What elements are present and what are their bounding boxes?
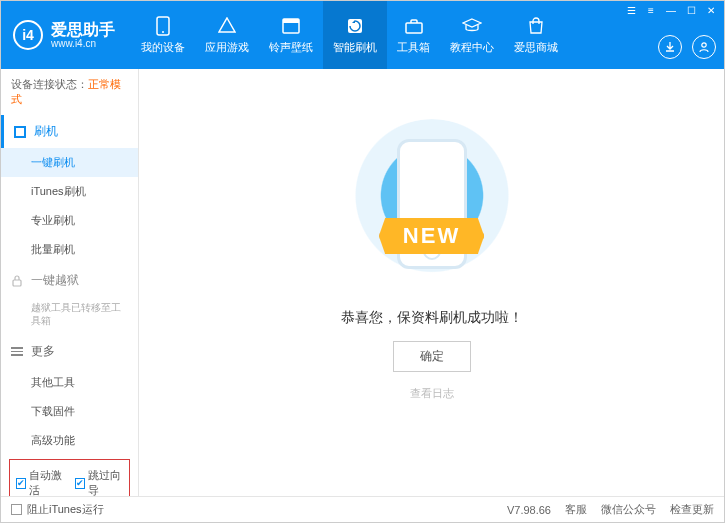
nav-label: 智能刷机: [333, 40, 377, 55]
flash-icon: [345, 16, 365, 36]
lock-icon: [11, 275, 23, 287]
nav-apps-games[interactable]: 应用游戏: [195, 1, 259, 69]
svg-rect-5: [406, 23, 422, 33]
footer: 阻止iTunes运行 V7.98.66 客服 微信公众号 检查更新: [1, 496, 724, 522]
list-icon[interactable]: ≡: [644, 3, 658, 17]
toolbox-icon: [404, 16, 424, 36]
app-url: www.i4.cn: [51, 38, 115, 49]
checkbox-block-itunes[interactable]: 阻止iTunes运行: [11, 502, 104, 517]
footer-left: 阻止iTunes运行: [11, 502, 507, 517]
checkbox-icon: ✔: [75, 478, 85, 489]
maximize-icon[interactable]: ☐: [684, 3, 698, 17]
nav-label: 教程中心: [450, 40, 494, 55]
jailbreak-note: 越狱工具已转移至工具箱: [1, 297, 138, 335]
svg-point-1: [162, 31, 164, 33]
nav-my-device[interactable]: 我的设备: [131, 1, 195, 69]
status-label: 设备连接状态：: [11, 78, 88, 90]
connection-status: 设备连接状态：正常模式: [1, 69, 138, 115]
new-banner: NEW: [379, 218, 484, 254]
sidebar-item-itunes[interactable]: iTunes刷机: [1, 177, 138, 206]
apps-icon: [217, 16, 237, 36]
sidebar-group-more[interactable]: 更多: [1, 335, 138, 368]
checkbox-skip-guide[interactable]: ✔ 跳过向导: [75, 468, 124, 496]
nav-flash[interactable]: 智能刷机: [323, 1, 387, 69]
menu-icon[interactable]: ☰: [624, 3, 638, 17]
app-title: 爱思助手: [51, 21, 115, 39]
footer-right: V7.98.66 客服 微信公众号 检查更新: [507, 502, 714, 517]
app-window: i4 爱思助手 www.i4.cn 我的设备 应用游戏 铃声壁纸 智能刷机: [0, 0, 725, 523]
hamburger-icon: [11, 345, 23, 358]
sidebar-item-other-tools[interactable]: 其他工具: [1, 368, 138, 397]
checkbox-label: 自动激活: [29, 468, 65, 496]
success-message: 恭喜您，保资料刷机成功啦！: [341, 309, 523, 327]
update-link[interactable]: 检查更新: [670, 502, 714, 517]
sidebar-item-pro[interactable]: 专业刷机: [1, 206, 138, 235]
more-title: 更多: [31, 343, 55, 360]
jailbreak-title: 一键越狱: [31, 272, 79, 289]
checkbox-highlight: ✔ 自动激活 ✔ 跳过向导: [9, 459, 130, 496]
nav-label: 铃声壁纸: [269, 40, 313, 55]
wallpaper-icon: [281, 16, 301, 36]
support-link[interactable]: 客服: [565, 502, 587, 517]
topbar: i4 爱思助手 www.i4.cn 我的设备 应用游戏 铃声壁纸 智能刷机: [1, 1, 724, 69]
window-controls: ☰ ≡ — ☐ ✕: [618, 1, 724, 19]
right-controls: [658, 35, 716, 59]
checkbox-auto-activate[interactable]: ✔ 自动激活: [16, 468, 65, 496]
sidebar-group-jailbreak[interactable]: 一键越狱: [1, 264, 138, 297]
sidebar-item-oneclick[interactable]: 一键刷机: [1, 148, 138, 177]
svg-point-6: [702, 43, 706, 47]
nav-store[interactable]: 爱思商城: [504, 1, 568, 69]
square-icon: [14, 126, 26, 138]
svg-rect-7: [13, 280, 21, 286]
version-label: V7.98.66: [507, 504, 551, 516]
success-illustration: NEW: [347, 119, 517, 289]
nav-label: 应用游戏: [205, 40, 249, 55]
tutorial-icon: [462, 16, 482, 36]
close-icon[interactable]: ✕: [704, 3, 718, 17]
svg-rect-3: [283, 19, 299, 23]
download-icon[interactable]: [658, 35, 682, 59]
wechat-link[interactable]: 微信公众号: [601, 502, 656, 517]
sidebar-item-advanced[interactable]: 高级功能: [1, 426, 138, 455]
sidebar: 设备连接状态：正常模式 刷机 一键刷机 iTunes刷机 专业刷机 批量刷机 一…: [1, 69, 139, 496]
checkbox-label: 阻止iTunes运行: [27, 502, 104, 517]
nav-label: 我的设备: [141, 40, 185, 55]
ok-button[interactable]: 确定: [393, 341, 471, 372]
sidebar-item-batch[interactable]: 批量刷机: [1, 235, 138, 264]
tab-title: 刷机: [34, 123, 58, 140]
nav-ringtones[interactable]: 铃声壁纸: [259, 1, 323, 69]
checkbox-icon: ✔: [16, 478, 26, 489]
user-icon[interactable]: [692, 35, 716, 59]
nav-tutorials[interactable]: 教程中心: [440, 1, 504, 69]
logo-icon: i4: [13, 20, 43, 50]
more-sublist: 其他工具 下载固件 高级功能: [1, 368, 138, 455]
store-icon: [526, 16, 546, 36]
body: 设备连接状态：正常模式 刷机 一键刷机 iTunes刷机 专业刷机 批量刷机 一…: [1, 69, 724, 496]
main-content: NEW 恭喜您，保资料刷机成功啦！ 确定 查看日志: [139, 69, 724, 496]
sidebar-tab-flash[interactable]: 刷机: [1, 115, 138, 148]
sidebar-item-download-fw[interactable]: 下载固件: [1, 397, 138, 426]
checkbox-icon: [11, 504, 22, 515]
logo-area: i4 爱思助手 www.i4.cn: [1, 1, 127, 69]
phone-icon: [153, 16, 173, 36]
checkbox-label: 跳过向导: [88, 468, 124, 496]
nav-label: 爱思商城: [514, 40, 558, 55]
view-log-link[interactable]: 查看日志: [410, 386, 454, 401]
nav-toolbox[interactable]: 工具箱: [387, 1, 440, 69]
flash-sublist: 一键刷机 iTunes刷机 专业刷机 批量刷机: [1, 148, 138, 264]
nav-label: 工具箱: [397, 40, 430, 55]
minimize-icon[interactable]: —: [664, 3, 678, 17]
